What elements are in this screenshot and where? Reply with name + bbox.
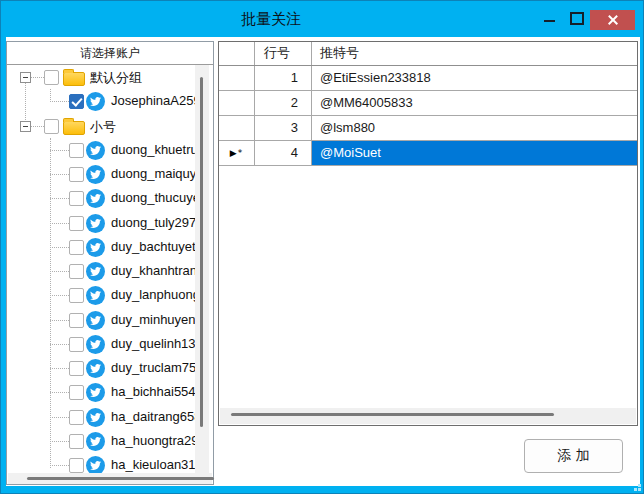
tree-vertical-scrollbar[interactable] bbox=[195, 65, 209, 474]
group-checkbox[interactable] bbox=[44, 119, 59, 134]
twitter-icon bbox=[86, 165, 105, 184]
twitter-handle-cell[interactable]: @lsm880 bbox=[312, 116, 637, 140]
row-header-cell[interactable] bbox=[219, 91, 255, 115]
line-number-cell[interactable]: 4 bbox=[255, 141, 312, 165]
table-row[interactable]: 1 @EtiEssien233818 bbox=[219, 66, 637, 91]
folder-icon bbox=[63, 72, 85, 86]
line-number-cell[interactable]: 2 bbox=[255, 91, 312, 115]
tree-account-row[interactable]: duy_khanhtran bbox=[8, 259, 196, 283]
tree-group-row[interactable]: 默认分组 bbox=[8, 65, 196, 89]
account-checkbox[interactable] bbox=[69, 94, 84, 109]
twitter-icon bbox=[86, 432, 105, 451]
column-header-line-number[interactable]: 行号 bbox=[255, 42, 312, 65]
account-checkbox[interactable] bbox=[69, 143, 84, 158]
account-checkbox[interactable] bbox=[69, 240, 84, 255]
tree-item-label: JosephinaA259 bbox=[111, 93, 196, 108]
row-header-cell[interactable]: ▶* bbox=[219, 141, 255, 165]
table-corner-header[interactable] bbox=[219, 42, 255, 65]
table-row[interactable]: 3 @lsm880 bbox=[219, 116, 637, 141]
tree-account-row[interactable]: duy_truclam759 bbox=[8, 356, 196, 380]
twitter-icon bbox=[86, 141, 105, 160]
tree-connector bbox=[50, 320, 69, 321]
tree-item-label: duong_thucuye bbox=[111, 190, 196, 205]
title-bar: 批量关注 bbox=[1, 1, 643, 37]
tree-connector bbox=[50, 441, 69, 442]
table-row[interactable]: ▶* 4 @MoiSuet bbox=[219, 141, 637, 166]
tree-account-row[interactable]: ha_huongtra29 bbox=[8, 429, 196, 453]
minimize-button[interactable] bbox=[537, 7, 561, 31]
account-checkbox[interactable] bbox=[69, 361, 84, 376]
tree-item-label: duy_lanphuong bbox=[111, 287, 196, 302]
account-checkbox[interactable] bbox=[69, 385, 84, 400]
column-header-twitter-handle[interactable]: 推特号 bbox=[312, 42, 637, 65]
tree-connector bbox=[50, 465, 69, 466]
account-checkbox[interactable] bbox=[69, 458, 84, 473]
tree-account-row[interactable]: duy_bachtuyet8 bbox=[8, 235, 196, 259]
tree-account-row[interactable]: ha_kieuloan317 bbox=[8, 453, 196, 473]
tree-account-row[interactable]: duy_quelinh133 bbox=[8, 332, 196, 356]
tree-item-label: duy_truclam759 bbox=[111, 360, 196, 375]
maximize-button[interactable] bbox=[564, 7, 588, 31]
tree-account-row[interactable]: duong_thucuye bbox=[8, 186, 196, 210]
tree-group-row[interactable]: 小号 bbox=[8, 114, 196, 138]
tree-connector bbox=[31, 77, 44, 78]
tree-horizontal-scrollbar[interactable] bbox=[8, 473, 212, 484]
account-checkbox[interactable] bbox=[69, 313, 84, 328]
tree-vertical-scrollbar-thumb[interactable] bbox=[200, 77, 203, 427]
twitter-handle-cell[interactable]: @MoiSuet bbox=[312, 141, 637, 165]
account-checkbox[interactable] bbox=[69, 264, 84, 279]
account-panel-header: 请选择账户 bbox=[7, 42, 213, 65]
tree-item-label: duong_khuetru bbox=[111, 142, 196, 157]
tree-account-row[interactable]: ha_daitrang658 bbox=[8, 405, 196, 429]
table-row[interactable]: 2 @MM64005833 bbox=[219, 91, 637, 116]
account-checkbox[interactable] bbox=[69, 288, 84, 303]
collapse-expander-icon[interactable] bbox=[20, 121, 31, 132]
tree-item-label: duy_quelinh133 bbox=[111, 336, 196, 351]
account-checkbox[interactable] bbox=[69, 434, 84, 449]
twitter-handle-cell[interactable]: @MM64005833 bbox=[312, 91, 637, 115]
twitter-icon bbox=[86, 92, 105, 111]
tree-connector bbox=[50, 101, 69, 102]
tree-account-row[interactable]: ha_bichhai5543 bbox=[8, 380, 196, 404]
twitter-icon bbox=[86, 383, 105, 402]
tree-account-row[interactable]: JosephinaA259 bbox=[8, 89, 196, 113]
row-header-cell[interactable] bbox=[219, 116, 255, 140]
line-number-cell[interactable]: 1 bbox=[255, 66, 312, 90]
twitter-handle-cell[interactable]: @EtiEssien233818 bbox=[312, 66, 637, 90]
maximize-icon bbox=[570, 12, 584, 25]
tree-connector bbox=[31, 126, 44, 127]
account-checkbox[interactable] bbox=[69, 216, 84, 231]
tree-item-label: duong_maiquy bbox=[111, 166, 196, 181]
folder-icon bbox=[63, 121, 85, 135]
tree-connector bbox=[50, 392, 69, 393]
tree-item-label: ha_huongtra29 bbox=[111, 433, 196, 448]
tree-horizontal-scrollbar-thumb[interactable] bbox=[27, 477, 214, 480]
tree-account-row[interactable]: duong_tuly297 bbox=[8, 211, 196, 235]
tree-connector bbox=[50, 417, 69, 418]
row-header-cell[interactable] bbox=[219, 66, 255, 90]
account-tree: 默认分组 JosephinaA259 小号 duong_khuetru duon… bbox=[8, 65, 197, 473]
twitter-icon bbox=[86, 262, 105, 281]
account-tree-panel: 请选择账户 默认分组 JosephinaA259 小号 duo bbox=[6, 41, 214, 485]
tree-account-row[interactable]: duong_maiquy bbox=[8, 162, 196, 186]
account-checkbox[interactable] bbox=[69, 337, 84, 352]
tree-account-row[interactable]: duy_minhuyen5 bbox=[8, 308, 196, 332]
tree-connector bbox=[50, 198, 69, 199]
account-checkbox[interactable] bbox=[69, 167, 84, 182]
tree-account-row[interactable]: duy_lanphuong bbox=[8, 283, 196, 307]
line-number-cell[interactable]: 3 bbox=[255, 116, 312, 140]
tree-connector bbox=[50, 247, 69, 248]
group-checkbox[interactable] bbox=[44, 70, 59, 85]
table-horizontal-scrollbar[interactable] bbox=[220, 408, 636, 424]
tree-account-row[interactable]: duong_khuetru bbox=[8, 138, 196, 162]
collapse-expander-icon[interactable] bbox=[20, 72, 31, 83]
account-checkbox[interactable] bbox=[69, 410, 84, 425]
account-checkbox[interactable] bbox=[69, 191, 84, 206]
tree-connector bbox=[50, 223, 69, 224]
table-header-row: 行号 推特号 bbox=[219, 42, 637, 66]
close-button[interactable] bbox=[590, 10, 635, 30]
table-horizontal-scrollbar-thumb[interactable] bbox=[231, 413, 554, 416]
add-button[interactable]: 添 加 bbox=[524, 439, 623, 473]
window-resize-grip[interactable] bbox=[631, 481, 641, 491]
tree-item-label: 默认分组 bbox=[90, 69, 142, 87]
